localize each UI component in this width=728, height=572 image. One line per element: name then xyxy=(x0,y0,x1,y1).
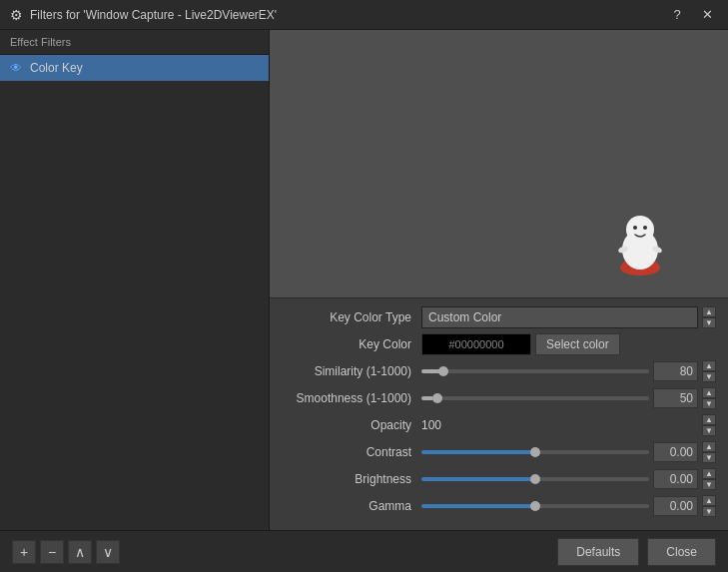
opacity-value: 100 xyxy=(421,418,441,432)
smoothness-spinners: ▲ ▼ xyxy=(702,387,716,409)
controls-area: Key Color Type Custom Color Green Blue M… xyxy=(270,297,728,530)
panel-header: Effect Filters xyxy=(0,30,269,55)
similarity-up[interactable]: ▲ xyxy=(702,360,716,371)
gamma-spinners: ▲ ▼ xyxy=(702,495,716,517)
gamma-slider[interactable] xyxy=(421,504,649,508)
svg-point-3 xyxy=(626,216,654,244)
similarity-label: Similarity (1-1000) xyxy=(282,364,411,378)
opacity-up[interactable]: ▲ xyxy=(702,414,716,425)
filter-label: Color Key xyxy=(30,61,83,75)
move-up-button[interactable]: ∧ xyxy=(68,540,92,564)
opacity-down[interactable]: ▼ xyxy=(702,425,716,436)
bottom-right-controls: Defaults Close xyxy=(557,538,716,566)
contrast-label: Contrast xyxy=(282,445,411,459)
gamma-value: 0.00 xyxy=(653,496,698,516)
help-button[interactable]: ? xyxy=(664,5,690,25)
similarity-value: 80 xyxy=(653,361,698,381)
close-window-button[interactable]: ✕ xyxy=(694,5,720,25)
brightness-slider[interactable] xyxy=(421,477,649,481)
similarity-down[interactable]: ▼ xyxy=(702,371,716,382)
similarity-slider-container xyxy=(421,369,649,373)
title-bar-controls: ? ✕ xyxy=(664,5,720,25)
gamma-label: Gamma xyxy=(282,499,411,513)
key-color-type-value-area: Custom Color Green Blue Magenta ▲ ▼ xyxy=(421,306,716,328)
smoothness-value-area: 50 ▲ ▼ xyxy=(421,387,716,409)
contrast-down[interactable]: ▼ xyxy=(702,452,716,463)
key-color-row: Key Color #00000000 Select color xyxy=(282,333,716,355)
filter-list: 👁 Color Key xyxy=(0,55,269,530)
smoothness-value: 50 xyxy=(653,388,698,408)
left-panel: Effect Filters 👁 Color Key xyxy=(0,30,270,530)
key-color-hex: #00000000 xyxy=(448,338,503,350)
brightness-value-area: 0.00 ▲ ▼ xyxy=(421,468,716,490)
contrast-up[interactable]: ▲ xyxy=(702,441,716,452)
visibility-icon[interactable]: 👁 xyxy=(10,61,22,75)
key-color-type-up[interactable]: ▲ xyxy=(702,306,716,317)
preview-background xyxy=(270,30,728,297)
key-color-value-area: #00000000 Select color xyxy=(421,333,716,355)
contrast-value: 0.00 xyxy=(653,442,698,462)
gamma-slider-container xyxy=(421,504,649,508)
key-color-swatch[interactable]: #00000000 xyxy=(421,333,531,355)
preview-area xyxy=(270,30,728,297)
contrast-slider-container xyxy=(421,450,649,454)
similarity-value-area: 80 ▲ ▼ xyxy=(421,360,716,382)
defaults-button[interactable]: Defaults xyxy=(557,538,639,566)
key-color-type-dropdown-container: Custom Color Green Blue Magenta xyxy=(421,306,698,328)
main-layout: Effect Filters 👁 Color Key xyxy=(0,30,728,530)
app-icon: ⚙ xyxy=(8,7,24,23)
title-bar: ⚙ Filters for 'Window Capture - Live2DVi… xyxy=(0,0,728,30)
opacity-label: Opacity xyxy=(282,418,411,432)
filter-item-color-key[interactable]: 👁 Color Key xyxy=(0,55,269,81)
bottom-bar: + − ∧ ∨ Defaults Close xyxy=(0,530,728,572)
window-title: Filters for 'Window Capture - Live2DView… xyxy=(30,8,277,22)
bottom-left-controls: + − ∧ ∨ xyxy=(12,540,120,564)
opacity-value-area: 100 ▲ ▼ xyxy=(421,414,716,436)
key-color-type-row: Key Color Type Custom Color Green Blue M… xyxy=(282,306,716,328)
smoothness-down[interactable]: ▼ xyxy=(702,398,716,409)
remove-filter-button[interactable]: − xyxy=(40,540,64,564)
key-color-type-dropdown[interactable]: Custom Color Green Blue Magenta xyxy=(421,306,698,328)
move-down-button[interactable]: ∨ xyxy=(96,540,120,564)
right-panel: Key Color Type Custom Color Green Blue M… xyxy=(270,30,728,530)
character-preview xyxy=(613,208,668,278)
gamma-up[interactable]: ▲ xyxy=(702,495,716,506)
key-color-type-spinners: ▲ ▼ xyxy=(702,306,716,328)
key-color-label: Key Color xyxy=(282,337,411,351)
select-color-button[interactable]: Select color xyxy=(535,333,620,355)
gamma-value-area: 0.00 ▲ ▼ xyxy=(421,495,716,517)
smoothness-slider-container xyxy=(421,396,649,400)
key-color-type-down[interactable]: ▼ xyxy=(702,317,716,328)
contrast-row: Contrast 0.00 ▲ ▼ xyxy=(282,441,716,463)
brightness-value: 0.00 xyxy=(653,469,698,489)
opacity-row: Opacity 100 ▲ ▼ xyxy=(282,414,716,436)
gamma-down[interactable]: ▼ xyxy=(702,506,716,517)
smoothness-row: Smoothness (1-1000) 50 ▲ ▼ xyxy=(282,387,716,409)
brightness-label: Brightness xyxy=(282,472,411,486)
similarity-slider[interactable] xyxy=(421,369,649,373)
svg-point-5 xyxy=(643,226,647,230)
opacity-spinners: ▲ ▼ xyxy=(702,414,716,436)
smoothness-slider[interactable] xyxy=(421,396,649,400)
contrast-slider[interactable] xyxy=(421,450,649,454)
brightness-row: Brightness 0.00 ▲ ▼ xyxy=(282,468,716,490)
contrast-value-area: 0.00 ▲ ▼ xyxy=(421,441,716,463)
close-button[interactable]: Close xyxy=(647,538,716,566)
brightness-up[interactable]: ▲ xyxy=(702,468,716,479)
brightness-slider-container xyxy=(421,477,649,481)
add-filter-button[interactable]: + xyxy=(12,540,36,564)
similarity-spinners: ▲ ▼ xyxy=(702,360,716,382)
brightness-down[interactable]: ▼ xyxy=(702,479,716,490)
title-bar-left: ⚙ Filters for 'Window Capture - Live2DVi… xyxy=(8,7,277,23)
key-color-type-label: Key Color Type xyxy=(282,310,411,324)
gamma-row: Gamma 0.00 ▲ ▼ xyxy=(282,495,716,517)
smoothness-label: Smoothness (1-1000) xyxy=(282,391,411,405)
smoothness-up[interactable]: ▲ xyxy=(702,387,716,398)
contrast-spinners: ▲ ▼ xyxy=(702,441,716,463)
svg-point-4 xyxy=(633,226,637,230)
similarity-row: Similarity (1-1000) 80 ▲ ▼ xyxy=(282,360,716,382)
brightness-spinners: ▲ ▼ xyxy=(702,468,716,490)
